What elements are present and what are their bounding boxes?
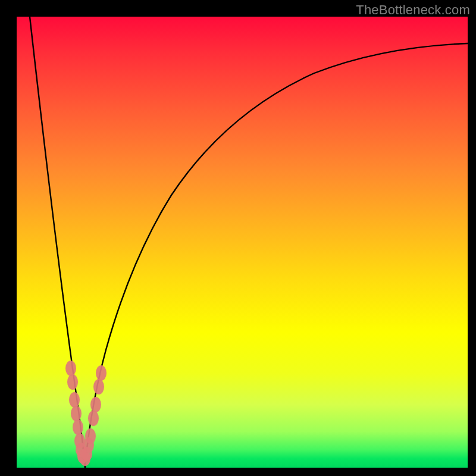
marker-dot [85, 428, 96, 444]
marker-dot [90, 397, 101, 412]
plot-area [17, 17, 468, 468]
marker-dot [93, 379, 104, 394]
chart-svg [17, 17, 468, 468]
marker-dot [88, 411, 99, 426]
watermark-text: TheBottleneck.com [356, 2, 470, 18]
marker-dot [96, 365, 107, 381]
marker-dot [67, 374, 78, 390]
marker-dot [65, 361, 76, 376]
chart-frame: TheBottleneck.com [0, 0, 476, 476]
marker-cluster [65, 361, 107, 466]
marker-dot [69, 392, 80, 408]
marker-dot [71, 406, 82, 421]
right-branch-line [85, 43, 468, 468]
marker-dot [73, 419, 83, 435]
